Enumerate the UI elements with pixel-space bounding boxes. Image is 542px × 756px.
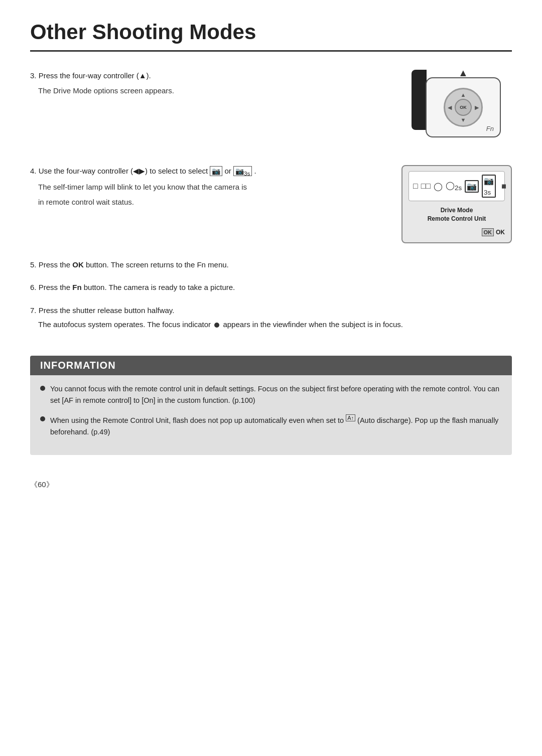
drive-icon-continuous: □□ [421,182,431,191]
select-word: to select [178,167,210,175]
step-4-text: 4. Use the four-way controller (◀▶) to s… [30,165,386,211]
step-3-sub: The Drive Mode options screen appears. [30,85,401,97]
page-title: Other Shooting Modes [30,20,512,52]
step-7-sub-text: The autofocus system operates. The focus… [38,320,211,329]
dpad-up-arrow: ▲ [461,92,466,98]
drive-mode-ok-row: OK OK [409,228,505,236]
drive-mode-line2: Remote Control Unit [409,215,505,223]
remote-icon-2: 📷3s [233,166,252,176]
step-6-bold: Fn [72,283,81,291]
info-bullet-1 [40,386,45,391]
or-word: or [224,167,231,175]
dpad-left-arrow: ◀ [448,104,452,111]
step-7: 7. Press the shutter release button half… [30,304,512,331]
step-4-label: 4. Use the four-way controller (◀▶) to s… [30,165,386,178]
step-5-rest: button. The screen returns to the Fn men… [84,260,229,269]
step-5-bold: OK [72,260,84,269]
dpad-down-arrow: ▼ [461,117,466,123]
fn-label: Fn [486,125,494,132]
ok-center-label: OK [460,105,467,110]
ok-box-icon: OK [482,228,494,236]
step-7-sub2: appears in the viewfinder when the subje… [223,320,403,329]
step-3-text: 3. Press the four-way controller (▲). Th… [30,70,401,100]
step-4-sub1: The self-timer lamp will blink to let yo… [30,181,386,193]
step-4-row: 4. Use the four-way controller (◀▶) to s… [30,165,512,243]
step-4-sub2: in remote control wait status. [30,196,386,208]
drive-icons-row: □ □□ ◯ ◯2s 📷 📷3s ◾ [409,171,505,201]
step-7-label: 7. Press the shutter release button half… [30,304,512,317]
information-content: You cannot focus with the remote control… [30,383,512,438]
information-section: INFORMATION You cannot focus with the re… [30,356,512,455]
step-5-prefix: 5. Press the [30,260,72,269]
info-item-1: You cannot focus with the remote control… [40,383,502,406]
information-header: INFORMATION [30,356,512,375]
drive-mode-label: Drive Mode Remote Control Unit [409,206,505,223]
remote-icon-1: 📷 [210,166,222,176]
drive-icon-single: □ [413,182,418,191]
step-3-image: ▲ OK ▲ ▼ ◀ ▶ Fn [412,70,512,150]
step-4-prefix: 4. Use the four-way controller (◀▶) to s… [30,167,178,175]
drive-icon-remote3s: 📷3s [482,175,496,198]
info-bullet-2 [40,416,45,421]
info-item-2: When using the Remote Control Unit, flas… [40,414,502,438]
step-6: 6. Press the Fn button. The camera is re… [30,281,512,294]
drive-icon-selftimer2: ◯2s [446,181,462,192]
step-7-sub: The autofocus system operates. The focus… [30,319,512,331]
auto-discharge-icon: A↑ [346,414,355,421]
step-6-prefix: 6. Press the [30,283,72,291]
dpad-right-arrow: ▶ [475,104,479,111]
drive-mode-line1: Drive Mode [409,206,505,215]
drive-icon-remote: 📷 [465,180,479,193]
info-text-1: You cannot focus with the remote control… [50,383,502,406]
drive-mode-panel: □ □□ ◯ ◯2s 📷 📷3s ◾ Drive Mode Remote Con… [401,165,512,243]
content-area: 3. Press the four-way controller (▲). Th… [30,70,512,455]
step-3-label: 3. Press the four-way controller (▲). [30,70,401,82]
step-3-row: 3. Press the four-way controller (▲). Th… [30,70,512,150]
page-number: 《60》 [30,480,512,490]
step-6-rest: button. The camera is ready to take a pi… [82,283,235,291]
step-5: 5. Press the OK button. The screen retur… [30,258,512,271]
ok-text: OK [496,229,505,236]
focus-indicator-bullet [214,323,219,328]
drive-icon-selftimer: ◯ [434,182,443,191]
info-text-2: When using the Remote Control Unit, flas… [50,414,502,438]
drive-icon-extra: ◾ [499,182,509,191]
